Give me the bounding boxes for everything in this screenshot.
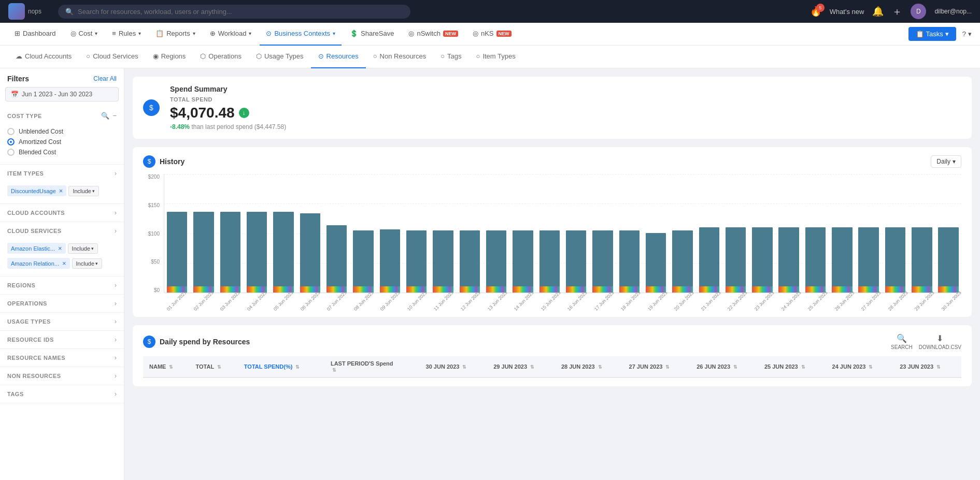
cloud-services-header[interactable]: CLOUD SERVICES ›: [0, 222, 124, 240]
non-resources-header[interactable]: NON RESOURCES ›: [0, 367, 124, 385]
col-total[interactable]: TOTAL ⇅: [189, 356, 237, 377]
relation-include-dropdown[interactable]: Include ▾: [72, 258, 102, 269]
help-button[interactable]: ? ▾: [962, 30, 972, 38]
x-label: 12 Jun 2023: [460, 290, 481, 312]
top-bar: nops 🔍 🔥 5 What's new 🔔 ＋ D dilber@nop..…: [0, 0, 980, 23]
sharesave-icon: 💲: [350, 30, 358, 37]
sort-name-icon: ⇅: [169, 365, 173, 370]
col-29jun[interactable]: 29 JUN 2023 ⇅: [487, 356, 555, 377]
nav-reports[interactable]: 📋 Reports ▾: [149, 23, 202, 46]
remove-tag-icon[interactable]: ×: [59, 187, 63, 195]
history-title: History: [160, 157, 184, 166]
amortized-radio[interactable]: [7, 138, 15, 146]
sort-pct-icon: ⇅: [295, 365, 300, 370]
remove-relation-icon[interactable]: ×: [62, 259, 66, 267]
amazon-elastic-tag[interactable]: Amazon Elastic... ×: [7, 243, 66, 254]
tags-icon: ○: [441, 52, 445, 60]
elastic-include-dropdown[interactable]: Include ▾: [68, 243, 98, 254]
bar-main: [247, 212, 267, 286]
discounted-usage-tag[interactable]: DiscountedUsage ×: [7, 185, 66, 196]
minus-icon[interactable]: −: [112, 112, 117, 120]
bar-main: [619, 230, 640, 286]
nav-dashboard[interactable]: ⊞ Dashboard: [8, 23, 62, 46]
blended-option[interactable]: Blended Cost: [7, 149, 117, 156]
subnav-cloud-accounts[interactable]: ☁ Cloud Accounts: [8, 46, 79, 68]
usage-types-header[interactable]: USAGE TYPES ›: [0, 313, 124, 330]
reports-icon: 📋: [155, 30, 164, 37]
col-24jun[interactable]: 24 JUN 2023 ⇅: [826, 356, 894, 377]
nav-nswitch[interactable]: ◎ nSwitch NEW: [402, 23, 464, 46]
nav-cost[interactable]: ◎ Cost ▾: [64, 23, 104, 46]
x-label: 13 Jun 2023: [486, 290, 508, 312]
col-26jun[interactable]: 26 JUN 2023 ⇅: [690, 356, 758, 377]
unblended-radio[interactable]: [7, 128, 15, 135]
chart-x-labels: 01 Jun 202302 Jun 202303 Jun 202304 Jun …: [164, 293, 961, 309]
x-label: 24 Jun 2023: [780, 290, 802, 312]
bar-main: [380, 229, 400, 286]
amortized-option[interactable]: Amortized Cost: [7, 138, 117, 146]
nav-rules[interactable]: ≡ Rules ▾: [106, 23, 147, 46]
tags-header[interactable]: TAGS ›: [0, 385, 124, 403]
col-name[interactable]: NAME ⇅: [143, 356, 189, 377]
resource-ids-header[interactable]: RESOURCE IDS ›: [0, 331, 124, 348]
download-csv-button[interactable]: ⬇ DOWNLOAD.CSV: [919, 333, 961, 350]
bar-main: [433, 230, 453, 286]
subnav-resources[interactable]: ⊙ Resources: [311, 46, 366, 68]
nav-business-contexts[interactable]: ⊙ Business Contexts ▾: [260, 23, 342, 46]
cost-type-header[interactable]: COST TYPE 🔍 −: [0, 107, 124, 125]
cost-icon: ◎: [70, 30, 76, 37]
col-total-spend-pct[interactable]: TOTAL SPEND(%) ⇅: [238, 356, 324, 377]
search-bar[interactable]: 🔍: [58, 5, 410, 19]
clear-all-link[interactable]: Clear All: [93, 75, 117, 82]
col-25jun[interactable]: 25 JUN 2023 ⇅: [758, 356, 826, 377]
add-icon[interactable]: ＋: [892, 5, 902, 19]
bar-main: [486, 230, 506, 286]
subnav-cloud-services[interactable]: ○ Cloud Services: [79, 46, 145, 68]
operations-header[interactable]: OPERATIONS ›: [0, 295, 124, 312]
daily-dropdown[interactable]: Daily ▾: [931, 155, 961, 168]
x-label: 20 Jun 2023: [673, 290, 695, 312]
subnav-regions[interactable]: ◉ Regions: [146, 46, 193, 68]
nav-workload[interactable]: ⊕ Workload ▾: [204, 23, 258, 46]
tags-chevron: ›: [115, 390, 117, 398]
nav-sharesave[interactable]: 💲 ShareSave: [344, 23, 400, 46]
tasks-icon: 📋: [916, 30, 924, 38]
avatar[interactable]: D: [911, 4, 926, 19]
col-27jun[interactable]: 27 JUN 2023 ⇅: [623, 356, 691, 377]
flame-icon[interactable]: 🔥 5: [810, 6, 821, 17]
date-range-picker[interactable]: 📅 Jun 1 2023 - Jun 30 2023: [5, 87, 119, 101]
cloud-accounts-header[interactable]: CLOUD ACCOUNTS ›: [0, 204, 124, 222]
search-table-button[interactable]: 🔍 SEARCH: [891, 333, 913, 350]
bar-group: [271, 174, 296, 293]
rules-icon: ≡: [112, 30, 116, 37]
regions-header[interactable]: REGIONS ›: [0, 277, 124, 294]
subnav-item-types[interactable]: ○ Item Types: [469, 46, 523, 68]
bell-icon[interactable]: 🔔: [872, 6, 884, 17]
search-small-icon[interactable]: 🔍: [101, 112, 109, 120]
amazon-relation-tag[interactable]: Amazon Relation... ×: [7, 258, 70, 269]
sort-24jun-icon: ⇅: [869, 365, 873, 370]
total-spend-label: TOTAL SPEND: [170, 96, 286, 103]
subnav-usage-types[interactable]: ⬡ Usage Types: [249, 46, 311, 68]
resource-names-header[interactable]: RESOURCE NAMES ›: [0, 349, 124, 367]
bar-group: [697, 174, 722, 293]
tasks-button[interactable]: 📋 Tasks ▾: [908, 27, 956, 41]
item-types-include-dropdown[interactable]: Include ▾: [68, 186, 98, 196]
col-28jun[interactable]: 28 JUN 2023 ⇅: [555, 356, 623, 377]
non-resources-icon: ○: [373, 52, 377, 60]
whats-new-link[interactable]: What's new: [830, 8, 864, 16]
col-23jun[interactable]: 23 JUN 2023 ⇅: [893, 356, 961, 377]
remove-elastic-icon[interactable]: ×: [58, 244, 62, 252]
col-last-period[interactable]: LAST PERIOD'S Spend ⇅: [324, 356, 420, 377]
subnav-operations[interactable]: ⬡ Operations: [193, 46, 249, 68]
nav-nks[interactable]: ◎ nKS NEW: [466, 23, 518, 46]
item-types-header[interactable]: ITEM TYPES ›: [0, 165, 124, 182]
search-input[interactable]: [78, 8, 403, 16]
col-30jun[interactable]: 30 JUN 2023 ⇅: [420, 356, 488, 377]
subnav-non-resources[interactable]: ○ Non Resources: [366, 46, 433, 68]
unblended-option[interactable]: Unblended Cost: [7, 128, 117, 135]
bar-colors: [885, 286, 905, 293]
logo[interactable]: nops: [8, 3, 41, 20]
subnav-tags[interactable]: ○ Tags: [433, 46, 468, 68]
blended-radio[interactable]: [7, 149, 15, 156]
